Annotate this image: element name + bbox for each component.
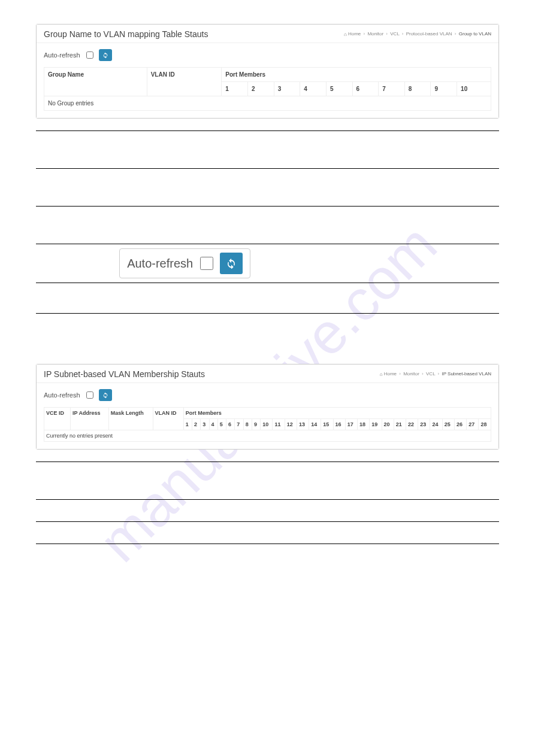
port-col: 12	[285, 419, 297, 430]
autorefresh-checkbox[interactable]	[200, 257, 213, 270]
col-group-name: Group Name	[44, 68, 147, 96]
panel2-table: VCE ID IP Address Mask Length VLAN ID Po…	[44, 407, 491, 442]
port-col: 28	[479, 419, 491, 430]
bc-item-active: IP Subnet-based VLAN	[442, 371, 491, 377]
port-col: 4	[209, 419, 217, 430]
panel2-breadcrumb: ⌂ Home › Monitor › VCL › IP Subnet-based…	[380, 371, 491, 377]
port-col: 24	[430, 419, 442, 430]
col-port-members: Port Members	[183, 408, 491, 419]
port-col: 8	[404, 82, 431, 96]
port-col: 15	[321, 419, 333, 430]
desc-cell: .	[119, 500, 499, 522]
desc-cell: .	[119, 207, 499, 244]
port-col: 13	[297, 419, 309, 430]
refresh-icon	[226, 258, 237, 269]
col-vlan-id: VLAN ID	[153, 408, 183, 430]
autorefresh-checkbox[interactable]	[86, 51, 93, 59]
port-col: 6	[352, 82, 379, 96]
port-col: 19	[370, 419, 382, 430]
desc-cell: .	[119, 131, 499, 169]
chevron-right-icon: ›	[401, 31, 405, 37]
desc-cell: .	[36, 131, 119, 169]
port-col: 20	[382, 419, 394, 430]
port-col: 10	[261, 419, 273, 430]
port-col: 5	[326, 82, 352, 96]
desc-cell: .	[119, 283, 499, 314]
port-col: 3	[201, 419, 209, 430]
panel2-body: Auto-refresh VCE ID IP Address Mask Leng…	[37, 383, 498, 449]
port-col: 1	[222, 82, 248, 96]
refresh-button[interactable]	[99, 389, 112, 401]
desc-cell: .	[36, 169, 119, 207]
port-col: 17	[345, 419, 357, 430]
refresh-button[interactable]	[99, 49, 112, 61]
page: Group Name to VLAN mapping Table Stauts …	[0, 0, 535, 582]
desc-cell: .	[36, 522, 119, 544]
port-col: 2	[247, 82, 274, 96]
desc-cell: .	[36, 283, 119, 314]
port-col: 23	[418, 419, 430, 430]
port-col: 26	[454, 419, 466, 430]
bc-item[interactable]: Monitor	[367, 31, 383, 37]
desc-cell: .	[119, 462, 499, 500]
port-col: 4	[300, 82, 327, 96]
port-col: 1	[183, 419, 192, 430]
col-vce-id: VCE ID	[44, 408, 71, 430]
chevron-right-icon: ›	[362, 31, 367, 37]
autorefresh-checkbox[interactable]	[86, 391, 93, 399]
desc-cell: .	[36, 244, 119, 283]
port-col: 3	[274, 82, 300, 96]
bc-item[interactable]: Protocol-based VLAN	[406, 31, 452, 37]
panel-ip-subnet: IP Subnet-based VLAN Membership Stauts ⌂…	[36, 364, 499, 450]
autorefresh-label: Auto-refresh	[127, 257, 193, 271]
panel2-title: IP Subnet-based VLAN Membership Stauts	[44, 369, 205, 379]
refresh-icon	[102, 391, 108, 399]
chevron-right-icon: ›	[454, 31, 458, 37]
desc-cell: .	[119, 169, 499, 207]
col-ip-address: IP Address	[71, 408, 109, 430]
bc-item[interactable]: Home	[384, 371, 397, 377]
port-col: 9	[252, 419, 260, 430]
port-col: 6	[226, 419, 235, 430]
col-port-members: Port Members	[222, 68, 491, 82]
autorefresh-row: Auto-refresh	[44, 389, 491, 401]
desc-cell: .	[36, 500, 119, 522]
bc-item[interactable]: VCL	[426, 371, 435, 377]
no-entries-text: No Group entries	[44, 96, 491, 111]
desc-table-1: .. .. .. . Auto-refresh ..	[36, 130, 499, 314]
refresh-button[interactable]	[220, 253, 243, 274]
port-col: 10	[457, 82, 491, 96]
desc-cell: .	[119, 522, 499, 544]
chevron-right-icon: ›	[385, 31, 389, 37]
spacer	[36, 328, 499, 364]
autorefresh-label: Auto-refresh	[44, 391, 80, 399]
port-col: 22	[406, 419, 418, 430]
port-col: 5	[217, 419, 226, 430]
chevron-right-icon: ›	[421, 371, 425, 377]
bc-item[interactable]: Monitor	[403, 371, 419, 377]
bc-item[interactable]: VCL	[390, 31, 399, 37]
bc-item-active: Group to VLAN	[459, 31, 491, 37]
panel1-breadcrumb: ⌂ Home › Monitor › VCL › Protocol-based …	[344, 31, 491, 37]
refresh-icon	[102, 51, 108, 59]
port-col: 21	[394, 419, 406, 430]
home-icon[interactable]: ⌂	[344, 32, 347, 37]
no-entries-text: Currently no entries present	[44, 430, 491, 442]
col-mask-length: Mask Length	[108, 408, 153, 430]
port-col: 7	[379, 82, 405, 96]
panel2-header: IP Subnet-based VLAN Membership Stauts ⌂…	[37, 365, 498, 383]
chevron-right-icon: ›	[437, 371, 441, 377]
desc-cell: .	[36, 462, 119, 500]
port-col: 27	[467, 419, 479, 430]
port-col: 11	[273, 419, 285, 430]
panel1-header: Group Name to VLAN mapping Table Stauts …	[37, 25, 498, 43]
desc-autorefresh-cell: Auto-refresh	[119, 244, 499, 283]
desc-cell: .	[36, 207, 119, 244]
desc-table-2: .. .. ..	[36, 462, 499, 544]
port-col: 16	[333, 419, 345, 430]
autorefresh-widget-large: Auto-refresh	[119, 248, 250, 278]
port-col: 2	[192, 419, 200, 430]
autorefresh-row: Auto-refresh	[44, 49, 491, 61]
home-icon[interactable]: ⌂	[380, 372, 383, 377]
bc-item[interactable]: Home	[348, 31, 361, 37]
